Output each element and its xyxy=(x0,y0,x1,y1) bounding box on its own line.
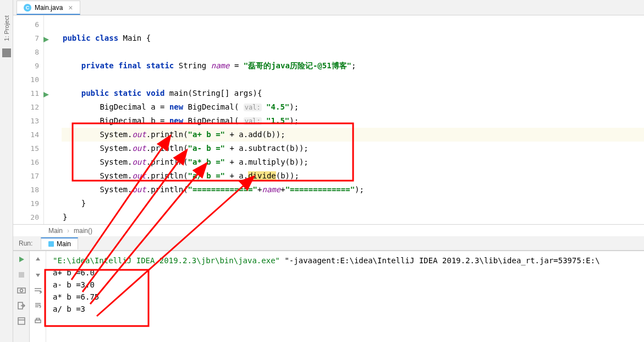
code-area[interactable]: public class Main { private final static… xyxy=(57,15,644,224)
line-gutter[interactable]: 67891011121314151617181920 xyxy=(13,15,44,224)
run-config-tab[interactable]: Main xyxy=(41,237,78,249)
left-sidebar: 1: Project xyxy=(0,0,13,342)
console-output[interactable]: "E:\idea\IntelliJ IDEA 2019.2.3\jbr\bin\… xyxy=(46,251,644,342)
svg-rect-8 xyxy=(18,318,25,324)
run-panel-header: Run: Main xyxy=(13,236,644,251)
stop-icon[interactable] xyxy=(16,270,26,280)
scroll-to-end-icon[interactable] xyxy=(33,301,43,311)
chevron-right-icon: › xyxy=(67,227,69,235)
breadcrumb-item[interactable]: Main xyxy=(48,227,63,235)
project-tool-tab[interactable]: 1: Project xyxy=(2,11,11,45)
svg-rect-4 xyxy=(19,272,24,278)
run-panel: "E:\idea\IntelliJ IDEA 2019.2.3\jbr\bin\… xyxy=(13,251,644,342)
file-tab-label: Main.java xyxy=(35,4,63,12)
print-icon[interactable] xyxy=(33,316,43,326)
svg-marker-1 xyxy=(43,92,49,97)
soft-wrap-icon[interactable] xyxy=(33,285,43,295)
java-class-icon: C xyxy=(24,4,31,12)
file-tab-main[interactable]: C Main.java × xyxy=(16,1,80,15)
run-label: Run: xyxy=(13,237,38,249)
down-icon[interactable] xyxy=(33,270,43,280)
breadcrumb-item[interactable]: main() xyxy=(74,227,92,235)
up-icon[interactable] xyxy=(33,254,43,264)
main-area: C Main.java × 67891011121314151617181920… xyxy=(13,0,644,342)
svg-marker-3 xyxy=(19,257,24,262)
svg-rect-2 xyxy=(48,241,54,247)
run-toolbar-secondary xyxy=(30,251,46,342)
editor[interactable]: 67891011121314151617181920 public class … xyxy=(13,15,644,224)
application-icon xyxy=(48,241,54,247)
close-icon[interactable]: × xyxy=(68,3,73,12)
run-tab-label: Main xyxy=(57,240,71,248)
run-toolbar-primary xyxy=(13,251,30,342)
camera-icon[interactable] xyxy=(16,285,26,295)
breadcrumb[interactable]: Main › main() xyxy=(13,224,644,236)
svg-point-6 xyxy=(20,289,23,292)
exit-icon[interactable] xyxy=(16,301,26,311)
editor-tabs-bar: C Main.java × xyxy=(13,0,644,15)
layout-icon[interactable] xyxy=(16,316,26,326)
rerun-icon[interactable] xyxy=(16,254,26,264)
svg-rect-11 xyxy=(36,318,40,320)
structure-icon[interactable] xyxy=(2,48,11,57)
svg-marker-0 xyxy=(43,37,49,42)
